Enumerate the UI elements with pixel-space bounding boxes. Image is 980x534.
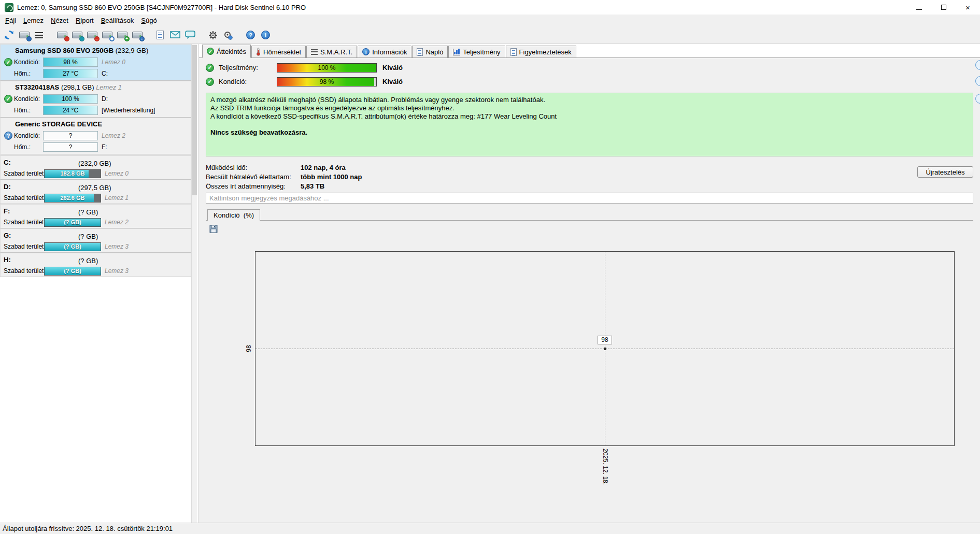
sidebar-scrollbar[interactable]: [191, 44, 197, 523]
comment-input[interactable]: [206, 193, 973, 204]
condition-label: Kondíció:: [14, 59, 43, 66]
performance-rating: Kiváló: [382, 64, 403, 71]
refresh-button[interactable]: [2, 27, 17, 42]
disk-name: Generic STORAGE DEVICE: [15, 120, 102, 128]
condition-history-chart[interactable]: 98 98 2025. 12. 18.: [255, 251, 955, 446]
message-button[interactable]: [182, 27, 197, 42]
menu-lemez[interactable]: Lemez: [20, 15, 47, 26]
report-button[interactable]: [152, 27, 167, 42]
partition-entry-f[interactable]: F: (? GB) Szabad terület (? GB) Lemez 2: [0, 204, 191, 228]
tab-smart[interactable]: S.M.A.R.T.: [306, 46, 357, 57]
menu-fajl[interactable]: Fájl: [2, 15, 20, 26]
view-list-button[interactable]: [32, 27, 47, 42]
free-space-value: 182.8 GB: [45, 170, 101, 178]
disk-entry-generic-storage[interactable]: Generic STORAGE DEVICE ? Kondíció: ? Lem…: [0, 118, 191, 154]
disk-entry-samsung-ssd[interactable]: Samsung SSD 860 EVO 250GB (232,9 GB) ✓ K…: [0, 44, 191, 81]
condition-value: 98 %: [277, 78, 376, 86]
chart-icon: [453, 49, 460, 55]
condition-label: Kondíció:: [219, 78, 277, 85]
disk-entry-st3320418as[interactable]: ST3320418AS (298,1 GB) Lemez 1 ✓ Kondíci…: [0, 81, 191, 118]
free-space-value: 262.6 GB: [45, 194, 101, 202]
minimize-button[interactable]: [907, 0, 931, 15]
drive-letter: F:: [4, 207, 10, 215]
document-icon: [417, 48, 423, 56]
disk-tools-button[interactable]: [69, 27, 84, 42]
disk-remove-button[interactable]: [84, 27, 100, 42]
help-button[interactable]: ?: [243, 27, 258, 42]
maximize-icon: [941, 5, 946, 10]
disk-size: (298,1 GB): [61, 83, 94, 91]
chart-point-label: 98: [598, 336, 612, 344]
disk-error-icon: [57, 32, 67, 39]
performance-bar: 100 %: [277, 63, 377, 73]
partition-entry-h[interactable]: H: (? GB) Szabad terület (? GB) Lemez 3: [0, 253, 191, 277]
free-space-bar: 182.8 GB: [44, 169, 101, 178]
question-status-icon: ?: [4, 132, 12, 140]
tab-teljesitmeny[interactable]: Teljesítmény: [448, 46, 505, 57]
health-line: Az SSD TRIM funkciója támogatva és enged…: [210, 104, 969, 112]
partition-free-row: Szabad terület (? GB) Lemez 3: [4, 241, 189, 252]
info-button[interactable]: i: [258, 27, 273, 42]
info-circle-icon: i: [362, 48, 370, 55]
condition-value: 100 %: [43, 94, 98, 104]
disk-remove-icon: [87, 32, 97, 39]
settings-button[interactable]: [205, 27, 220, 42]
tab-informaciok[interactable]: i Információk: [358, 46, 411, 57]
close-button[interactable]: ×: [956, 0, 980, 15]
tab-label: Figyelmeztetések: [519, 48, 572, 56]
disk-temperature-row: Hőm.: ? F:: [3, 141, 189, 153]
menu-beallitasok[interactable]: Beállítások: [97, 15, 138, 26]
disk-rescan-button[interactable]: [17, 27, 32, 42]
partition-header: G: (? GB): [4, 231, 189, 241]
disk-error-button[interactable]: [54, 27, 69, 42]
disk-search-button[interactable]: [100, 27, 115, 42]
chat-icon: [185, 31, 195, 39]
save-chart-button[interactable]: [209, 224, 218, 234]
list-icon: [35, 32, 43, 38]
check-circle-icon: ✓: [207, 48, 214, 55]
ok-status-icon: ✓: [4, 58, 12, 66]
menu-riport[interactable]: Riport: [72, 15, 97, 26]
tab-attekintes[interactable]: ✓ Áttekintés: [202, 45, 251, 58]
tab-homerseklet[interactable]: Hőmérséklet: [251, 46, 306, 57]
menu-nezet[interactable]: Nézet: [47, 15, 72, 26]
sidebar: Samsung SSD 860 EVO 250GB (232,9 GB) ✓ K…: [0, 44, 198, 523]
partition-free-row: Szabad terület 262.6 GB Lemez 1: [4, 193, 189, 203]
disk-rescan-icon: [19, 32, 30, 39]
menu-sugo[interactable]: Súgó: [137, 15, 160, 26]
retest-button[interactable]: Újratesztelés: [917, 166, 973, 178]
disk-export-button[interactable]: [130, 27, 145, 42]
free-space-bar: (? GB): [44, 218, 101, 227]
partition-entry-g[interactable]: G: (? GB) Szabad terület (? GB) Lemez 3: [0, 228, 191, 253]
disk-export-icon: [132, 32, 143, 39]
mail-button[interactable]: [167, 27, 182, 42]
performance-value: 100 %: [277, 64, 376, 72]
advanced-settings-button[interactable]: [220, 27, 235, 42]
volume-label: [Wiederherstellung]: [102, 107, 155, 114]
disk-condition-row: ✓ Kondíció: 98 % Lemez 0: [3, 56, 189, 68]
scrollbar-thumb[interactable]: [192, 45, 197, 195]
partition-size: (297,5 GB): [78, 183, 111, 193]
ok-status-icon: ✓: [206, 64, 214, 72]
disk-status-button[interactable]: [115, 27, 130, 42]
drive-letter: C:: [4, 158, 11, 166]
ok-status-icon: ✓: [206, 78, 214, 86]
advanced-settings-icon: [223, 31, 233, 40]
partition-size: (? GB): [78, 208, 98, 217]
disk-number-label: Lemez 0: [102, 59, 125, 66]
subtab-kondicio[interactable]: Kondíció (%): [207, 209, 260, 221]
partition-entry-d[interactable]: D: (297,5 GB) Szabad terület 262.6 GB Le…: [0, 180, 191, 204]
tab-figyelmeztetesek[interactable]: Figyelmeztetések: [506, 46, 576, 57]
temperature-value: 27 °C: [43, 69, 98, 78]
performance-row: ✓ Teljesítmény: 100 % Kiváló: [206, 62, 980, 74]
maximize-button[interactable]: [931, 0, 956, 15]
chart-x-date-label: 2025. 12. 18.: [602, 449, 609, 485]
health-line: A mozgó alkatrész nélküli meghajtó (SSD)…: [210, 96, 969, 104]
tab-bar: ✓ Áttekintés Hőmérséklet S.M.A.R.T. i In…: [199, 44, 980, 58]
performance-label: Teljesítmény:: [219, 64, 277, 71]
partition-entry-c[interactable]: C: (232,0 GB) Szabad terület 182.8 GB Le…: [0, 155, 191, 180]
save-icon: [209, 225, 218, 233]
total-written-row: Összes írt adatmennyiség: 5,83 TB: [206, 182, 980, 192]
tab-naplo[interactable]: Napló: [412, 46, 448, 57]
chart-tab-strip: Kondíció (%): [206, 209, 973, 221]
